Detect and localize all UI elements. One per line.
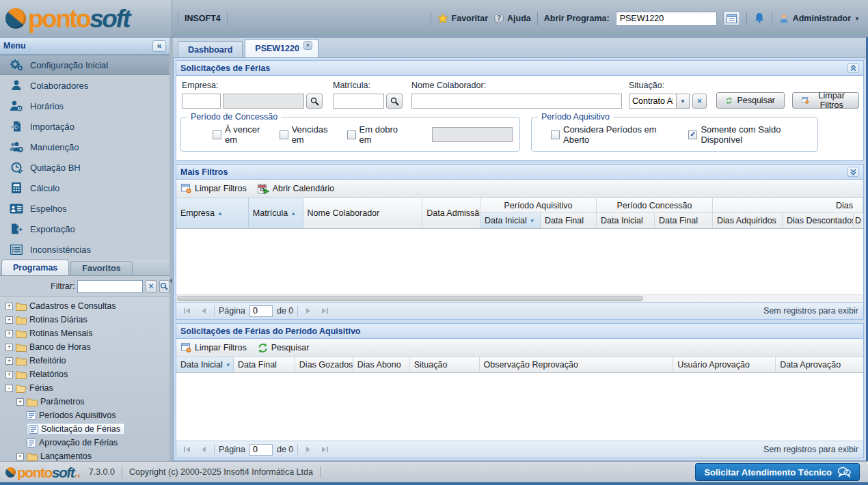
tree-node-solicitacao-de-ferias[interactable]: Solicitação de Férias	[0, 422, 169, 436]
prev-page-button[interactable]	[198, 305, 210, 317]
column-header-dias-gozados[interactable]: Dias Gozados	[295, 357, 353, 372]
column-header-data-inicial[interactable]: Data Inicial ▼	[176, 357, 234, 372]
expand-icon[interactable]: +	[16, 398, 24, 406]
sidebar-splitter[interactable]	[169, 38, 173, 461]
expand-icon[interactable]: +	[16, 453, 24, 460]
sidebar-item-configuracao-inicial[interactable]: Configuração Inicial	[0, 55, 169, 75]
panel-collapse-button[interactable]	[847, 63, 859, 73]
tree-node-rotinas-diarias[interactable]: + Rotinas Diárias	[0, 313, 169, 327]
next-page-button[interactable]	[302, 443, 314, 456]
checkbox-a-vencer-em[interactable]: À vencer em	[213, 124, 271, 145]
open-program-input[interactable]	[616, 12, 717, 26]
column-header-usuario-aprovacao[interactable]: Usuário Aprovação	[673, 357, 776, 372]
tab-psew1220[interactable]: PSEW1220 ×	[245, 39, 318, 57]
page-number-input[interactable]	[249, 444, 273, 456]
expand-icon[interactable]: +	[5, 303, 13, 310]
matricula-input[interactable]	[333, 94, 384, 109]
expand-icon[interactable]: +	[5, 344, 13, 351]
column-header-empresa[interactable]: Empresa ▲	[176, 198, 249, 228]
column-header-pc-data-final[interactable]: Data Final	[655, 213, 713, 228]
sidebar-item-colaboradores[interactable]: Colaboradores	[0, 75, 169, 96]
expand-icon[interactable]: +	[5, 357, 13, 365]
sidebar-item-espelhos[interactable]: Espelhos	[0, 198, 169, 219]
column-header-data-final[interactable]: Data Final	[234, 357, 295, 372]
tree-node-parametros[interactable]: + Parâmetros	[0, 395, 169, 408]
situacao-dropdown-button[interactable]: ▼	[677, 94, 690, 109]
expand-icon[interactable]: +	[5, 371, 13, 378]
prev-page-button[interactable]	[198, 443, 210, 456]
column-header-observacao-reprovacao[interactable]: Observação Reprovação	[480, 357, 674, 372]
matricula-search-button[interactable]	[386, 94, 403, 109]
column-header-situacao[interactable]: Situação	[410, 357, 480, 372]
checkbox-somente-com-saldo-disponivel[interactable]: ✓ Somente com Saldo Disponível	[688, 124, 811, 145]
pesquisar-toolbar-button[interactable]: Pesquisar	[258, 343, 310, 353]
tree-node-ferias[interactable]: - Férias	[0, 381, 169, 395]
checkbox-em-dobro-em[interactable]: Em dobro em	[347, 124, 409, 145]
panel-expand-button[interactable]	[847, 167, 859, 177]
filter-clear-button[interactable]: ×	[146, 280, 156, 293]
sidebar-item-inconsistencias[interactable]: Inconsistências	[0, 239, 169, 260]
sidebar-item-calculo[interactable]: Cálculo	[0, 178, 169, 198]
tree-node-lancamentos[interactable]: + Lançamentos	[0, 449, 169, 461]
sidebar-item-importacao[interactable]: Importação	[0, 116, 169, 137]
user-menu[interactable]: Administrador ▼	[778, 13, 860, 24]
empresa-search-button[interactable]	[306, 94, 323, 109]
column-header-clipped[interactable]: D	[854, 213, 863, 228]
program-list-button[interactable]	[723, 11, 740, 26]
next-page-button[interactable]	[302, 305, 314, 317]
filter-input[interactable]	[77, 280, 143, 293]
checkbox-vencidas-em[interactable]: Vencidas em	[280, 124, 339, 145]
first-page-button[interactable]	[181, 305, 193, 317]
situacao-clear-button[interactable]: ×	[692, 94, 707, 109]
last-page-button[interactable]	[318, 443, 331, 456]
column-header-matricula[interactable]: Matrícula ▲	[249, 198, 303, 228]
column-header-dias-abono[interactable]: Dias Abono	[353, 357, 410, 372]
horizontal-scrollbar[interactable]	[176, 294, 863, 302]
nome-colaborador-input[interactable]	[411, 94, 622, 109]
abrir-calendario-button[interactable]: 15 Abrir Calendário	[258, 184, 334, 194]
tree-node-cadastros[interactable]: + Cadastros e Consultas	[0, 299, 169, 313]
help-button[interactable]: ? Ajuda	[494, 14, 531, 23]
tree-node-rotinas-mensais[interactable]: + Rotinas Mensais	[0, 327, 169, 340]
situacao-combo-input[interactable]	[629, 94, 677, 109]
favorite-button[interactable]: Favoritar	[437, 13, 489, 24]
sidebar-item-exportacao[interactable]: Exportação	[0, 219, 169, 239]
tab-favoritos[interactable]: Favoritos	[70, 261, 132, 275]
tree-node-relatorios[interactable]: + Relatórios	[0, 368, 169, 381]
column-header-nome-colaborador[interactable]: Nome Colaborador	[303, 198, 423, 228]
sidebar-item-horarios[interactable]: Horários	[0, 96, 169, 116]
column-header-pc-data-inicial[interactable]: Data Inicial	[597, 213, 655, 228]
tree-node-periodos-aquisitivos[interactable]: Períodos Aquisitivos	[0, 408, 169, 422]
column-header-dias-adquiridos[interactable]: Dias Adquiridos	[713, 213, 783, 228]
tab-close-icon[interactable]: ×	[303, 41, 312, 50]
sidebar-item-quitacao-bh[interactable]: Quitação BH	[0, 157, 169, 178]
page-number-input[interactable]	[249, 305, 273, 317]
empresa-code-input[interactable]	[182, 94, 221, 109]
sidebar-item-manutencao[interactable]: Manutenção	[0, 137, 169, 157]
limpar-filtros-button[interactable]: Limpar Filtros	[792, 92, 859, 109]
first-page-button[interactable]	[181, 443, 193, 456]
tab-dashboard[interactable]: Dashboard	[178, 41, 243, 57]
collapse-node-icon[interactable]: -	[5, 385, 13, 392]
column-header-data-aprovacao[interactable]: Data Aprovação	[776, 357, 863, 372]
scrollbar-thumb[interactable]	[177, 296, 643, 301]
tree-node-refeitorio[interactable]: + Refeitório	[0, 354, 169, 368]
expand-icon[interactable]: +	[5, 330, 13, 337]
expand-icon[interactable]: +	[5, 316, 13, 324]
limpar-filtros-toolbar-button[interactable]: Limpar Filtros	[181, 343, 247, 352]
tree-node-aprovacao-de-ferias[interactable]: Aprovação de Férias	[0, 436, 169, 449]
notifications-button[interactable]	[753, 12, 765, 26]
column-header-dias-descontados[interactable]: Dias Descontados	[783, 213, 854, 228]
column-header-data-admissao[interactable]: Data Admissão	[422, 198, 480, 228]
column-header-pa-data-inicial[interactable]: Data Inicial ▼	[480, 213, 541, 228]
limpar-filtros-toolbar-button[interactable]: Limpar Filtros	[181, 184, 247, 193]
column-header-pa-data-final[interactable]: Data Final	[541, 213, 597, 228]
tab-programas[interactable]: Programas	[1, 260, 69, 275]
filter-search-button[interactable]	[159, 280, 169, 293]
sidebar-collapse-button[interactable]: «	[152, 40, 166, 52]
last-page-button[interactable]	[318, 305, 331, 317]
solicitar-atendimento-button[interactable]: Solicitar Atendimento Técnico	[695, 463, 860, 481]
tree-node-banco-de-horas[interactable]: + Banco de Horas	[0, 340, 169, 354]
pesquisar-button[interactable]: Pesquisar	[716, 92, 785, 109]
checkbox-considera-periodos-em-aberto[interactable]: Considera Períodos em Aberto	[551, 124, 670, 145]
